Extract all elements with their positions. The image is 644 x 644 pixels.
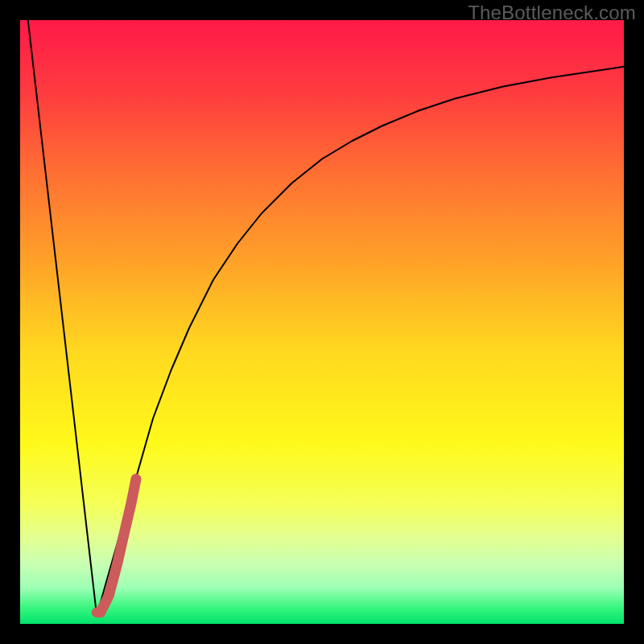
plot-area [20, 20, 624, 624]
chart-container: TheBottleneck.com [0, 0, 644, 644]
chart-background [20, 20, 624, 624]
chart-svg [20, 20, 624, 624]
watermark-text: TheBottleneck.com [468, 2, 636, 24]
